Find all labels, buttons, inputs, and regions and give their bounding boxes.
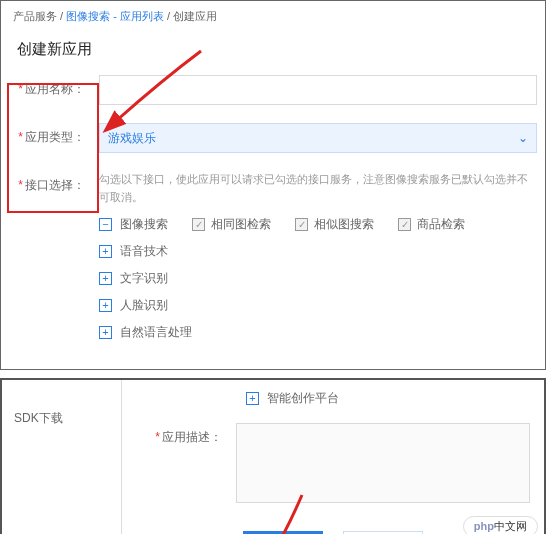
expand-icon[interactable]: + [246, 392, 259, 405]
check-product[interactable]: ✓商品检索 [398, 216, 465, 233]
expand-icon[interactable]: + [99, 245, 112, 258]
watermark-logo: php中文网 [463, 516, 538, 534]
expand-icon[interactable]: + [99, 272, 112, 285]
checkbox-icon: ✓ [398, 218, 411, 231]
app-type-value: 游戏娱乐 [108, 130, 156, 147]
tree-nlp: 自然语言处理 [120, 324, 192, 341]
checkbox-icon: ✓ [295, 218, 308, 231]
highlight-box [7, 83, 99, 213]
tree-ocr: 文字识别 [120, 270, 168, 287]
tree-voice: 语音技术 [120, 243, 168, 260]
breadcrumb: 产品服务 / 图像搜索 - 应用列表 / 创建应用 [1, 1, 545, 32]
tree-creative: 智能创作平台 [267, 390, 339, 407]
crumb-b[interactable]: 图像搜索 - 应用列表 [66, 10, 164, 22]
checkbox-icon: ✓ [192, 218, 205, 231]
crumb-a: 产品服务 [13, 10, 57, 22]
crumb-c: 创建应用 [173, 10, 217, 22]
interface-hint: 勾选以下接口，使此应用可以请求已勾选的接口服务，注意图像搜索服务已默认勾选并不可… [99, 171, 537, 206]
check-similar-image[interactable]: ✓相似图搜索 [295, 216, 374, 233]
check-same-image[interactable]: ✓相同图检索 [192, 216, 271, 233]
expand-icon[interactable]: + [99, 326, 112, 339]
expand-icon[interactable]: + [99, 299, 112, 312]
label-app-desc: *应用描述： [136, 423, 236, 503]
sdk-download-label: SDK下载 [2, 380, 122, 534]
chevron-down-icon: ⌄ [518, 131, 528, 145]
page-title: 创建新应用 [1, 32, 545, 75]
collapse-icon[interactable]: − [99, 218, 112, 231]
app-type-select[interactable]: 游戏娱乐 ⌄ [99, 123, 537, 153]
tree-face: 人脸识别 [120, 297, 168, 314]
app-name-input[interactable] [99, 75, 537, 105]
app-desc-input[interactable] [236, 423, 530, 503]
tree-image-search: 图像搜索 [120, 216, 168, 233]
